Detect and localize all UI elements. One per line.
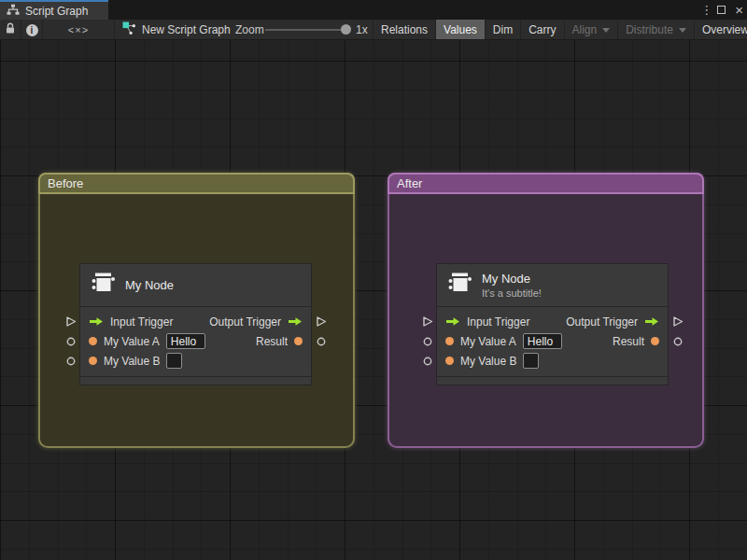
zoom-slider-track[interactable] [265,29,345,31]
outer-result-port[interactable] [673,337,683,346]
value-input-port-icon[interactable] [89,337,97,345]
outer-flow-input-port[interactable] [65,315,77,328]
close-icon[interactable]: × [735,0,743,20]
value-b-input[interactable] [523,353,539,369]
values-button[interactable]: Values [436,20,486,40]
port-label: Output Trigger [209,315,281,329]
node-my-node-after[interactable]: My Node It's a subtitle! Input Trigger O… [436,263,669,385]
port-label: My Value A [104,335,160,348]
port-label: Result [256,335,288,348]
group-after-header[interactable]: After [388,173,704,194]
value-input-port-icon[interactable] [445,357,454,365]
flow-input-port-icon[interactable] [445,316,460,327]
lock-button[interactable] [0,20,21,40]
node-title: My Node [482,272,542,286]
align-dropdown[interactable]: Align [565,20,619,40]
port-label: My Value B [104,355,160,368]
port-label: My Value A [460,335,516,348]
value-b-input[interactable] [166,353,182,369]
outer-value-b-port[interactable] [66,357,76,366]
flow-output-port-icon[interactable] [288,316,303,327]
outer-value-a-port[interactable] [66,337,76,346]
script-graph-window: Script Graph ⋮ × i <×> [0,0,747,560]
group-title: Before [48,176,83,190]
tab-script-graph[interactable]: Script Graph [0,0,108,20]
port-label: Input Trigger [110,315,173,329]
zoom-slider-handle[interactable] [341,24,351,35]
graph-asset-name: New Script Graph [142,23,231,36]
outer-value-a-port[interactable] [423,337,432,346]
zoom-label: Zoom [235,20,264,40]
dim-button[interactable]: Dim [486,20,521,40]
value-a-input[interactable] [523,333,562,349]
node-title: My Node [125,278,174,292]
relations-button[interactable]: Relations [374,20,436,40]
chevron-down-icon [602,28,610,33]
overview-button[interactable]: Overview [695,20,747,40]
flow-input-port-icon[interactable] [89,316,104,327]
window-controls: ⋮ × [700,0,743,20]
tab-bar: Script Graph ⋮ × [0,0,747,20]
node-body: Input Trigger Output Trigger My Value A … [80,307,311,371]
outer-flow-output-port[interactable] [316,315,327,328]
node-header[interactable]: My Node It's a subtitle! [437,264,668,307]
port-row-value-b: My Value B [437,351,668,371]
info-icon: i [26,24,38,36]
value-output-port-icon[interactable] [651,337,659,345]
node-my-node-before[interactable]: My Node Input Trigger Output Trigger My … [79,263,312,385]
group-before-header[interactable]: Before [38,173,355,194]
flow-output-port-icon[interactable] [644,316,659,327]
node-header[interactable]: My Node [80,264,311,307]
toolbar-separator [114,20,115,40]
graph-asset-field[interactable]: New Script Graph [122,20,231,40]
chevron-down-icon [679,28,686,33]
outer-result-port[interactable] [317,337,326,346]
node-footer [80,376,311,385]
port-label: Result [613,335,644,348]
value-output-port-icon[interactable] [294,337,303,345]
port-row-triggers: Input Trigger Output Trigger [437,312,668,331]
unit-icon [446,270,474,301]
group-title: After [397,176,422,190]
maximize-icon[interactable] [717,6,726,14]
port-label: Input Trigger [467,315,529,329]
outer-value-b-port[interactable] [423,357,432,366]
value-input-port-icon[interactable] [445,337,454,345]
unit-icon [90,270,118,301]
port-row-value-b: My Value B [80,351,311,371]
toolbar-buttons: Relations Values Dim Carry Align Distrib… [373,20,747,40]
node-footer [437,376,668,385]
distribute-dropdown[interactable]: Distribute [618,20,695,40]
graph-toolbar: i <×> New Script Graph Zoom 1x Relations [0,20,747,40]
value-input-port-icon[interactable] [89,357,97,365]
node-subtitle: It's a subtitle! [482,287,542,299]
port-label: My Value B [460,355,516,368]
port-label: Output Trigger [566,315,638,329]
menu-kebab-icon[interactable]: ⋮ [700,3,708,17]
info-button[interactable]: i [21,20,42,40]
port-row-value-a: My Value A Result [80,331,311,351]
zoom-value: 1x [356,20,368,40]
graph-hierarchy-icon [7,4,20,19]
graph-asset-icon [122,21,136,38]
port-row-value-a: My Value A Result [437,331,668,351]
port-row-triggers: Input Trigger Output Trigger [80,312,311,331]
node-body: Input Trigger Output Trigger My Value A … [437,307,668,371]
tab-title: Script Graph [25,5,88,18]
lock-icon [5,22,16,37]
code-preview-button[interactable]: <×> [43,20,114,40]
carry-button[interactable]: Carry [521,20,564,40]
outer-flow-output-port[interactable] [672,315,684,328]
code-preview-icon: <×> [68,24,89,35]
outer-flow-input-port[interactable] [422,315,433,328]
value-a-input[interactable] [166,333,205,349]
